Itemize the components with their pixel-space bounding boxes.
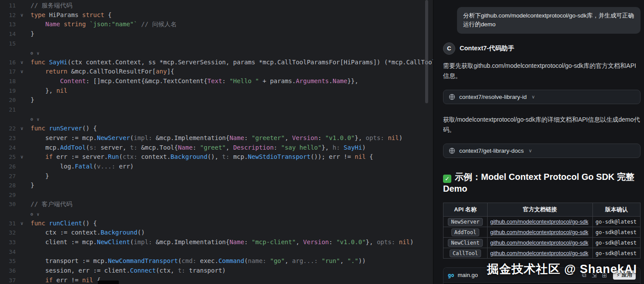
code-line[interactable]: 29 [0,190,433,200]
editor-code: 11// 服务端代码12∨type HiParams struct {13 Na… [0,1,433,284]
code-line[interactable]: 11// 服务端代码 [0,1,433,11]
code-token [86,21,89,28]
code-line[interactable]: 21 [0,105,433,115]
code-token: ()); err != [311,153,355,160]
code-token: func [31,59,45,66]
fold-chevron-icon[interactable]: ∨ [18,11,25,20]
code-text: // 服务端代码 [31,1,72,11]
code-line[interactable]: 37 if err != nil { [0,276,433,284]
code-token: session, err := client. [31,267,130,274]
code-token: AddTool [60,144,86,151]
chevron-down-icon[interactable]: ∨ [532,94,535,100]
code-token: ) [362,144,366,151]
code-token: nil [56,87,67,94]
fold-chevron-icon[interactable]: ∨ [18,124,25,133]
code-editor[interactable]: 11// 服务端代码12∨type HiParams struct {13 Na… [0,0,433,284]
doc-link-cell: github.com/modelcontextprotocol/go-sdk [488,238,593,248]
code-token: }, [355,134,366,141]
doc-link[interactable]: github.com/modelcontextprotocol/go-sdk [490,229,588,235]
code-token: + params. [259,77,296,84]
line-number: 28 [0,181,16,190]
code-line[interactable]: 28} [0,181,433,190]
code-token: func [31,220,45,227]
doc-link-cell: github.com/modelcontextprotocol/go-sdk [488,217,593,227]
code-line[interactable]: 35 transport := mcp.NewCommandTransport(… [0,256,433,266]
line-number: 11 [0,1,16,11]
code-line[interactable]: 31∨func runClient() { [0,219,433,228]
code-line[interactable]: 30// 客户端代码 [0,200,433,209]
code-line[interactable]: 20} [0,95,433,105]
code-token [31,77,60,84]
code-token: ( [178,257,181,264]
inlay-usages-hint[interactable]: ⚙ ∨ [31,212,40,217]
code-line[interactable]: 13 Name string `json:"name"` // 问候人名 [0,20,433,29]
go-lang-icon: go [448,272,454,278]
line-number: 26 [0,162,16,172]
code-token: . [329,77,332,84]
code-line[interactable]: 23 server := mcp.NewServer(impl: &mcp.Im… [0,133,433,143]
code-token: : [329,238,336,245]
doc-link[interactable]: github.com/modelcontextprotocol/go-sdk [490,250,588,256]
inlay-usages-hint[interactable]: ⚙ ∨ [31,51,40,56]
globe-icon [449,94,455,100]
code-token: "run" [322,257,340,264]
doc-link[interactable]: github.com/modelcontextprotocol/go-sdk [490,219,588,225]
code-vision-hint-row[interactable]: ⚙ ∨ [0,115,433,124]
code-token: () [137,229,145,236]
code-token [267,257,270,264]
fold-chevron-icon[interactable]: ∨ [18,67,25,77]
line-number: 18 [0,77,16,86]
code-text: ⚙ ∨ [31,48,40,58]
fold-chevron-icon[interactable]: ∨ [18,152,25,162]
code-token: Run [108,153,119,160]
code-block-title: go main.go [448,272,478,278]
code-token: // 问候人名 [141,21,177,28]
code-line[interactable]: 24 mcp.AddTool(s: server, t: &mcp.Tool{N… [0,143,433,153]
code-line[interactable]: 33 client := mcp.NewClient(impl: &mcp.Im… [0,238,433,247]
code-line[interactable]: 22∨func runServer() { [0,124,433,133]
inlay-usages-hint[interactable]: ⚙ ∨ [31,117,40,122]
code-token: &mcp.Implementation{ [152,134,229,141]
tool-call-get-library-docs[interactable]: context7/get-library-docs ∨ [443,144,641,158]
code-line[interactable]: 16∨func SayHi(ctx context.Context, ss *m… [0,58,433,67]
editor-scrollbar[interactable] [425,0,428,103]
code-line[interactable]: 18 Content: []mcp.Content{&mcp.TextConte… [0,77,433,86]
code-line[interactable]: 26 log.Fatal(v...: err) [0,162,433,172]
code-token: nil [388,134,399,141]
code-token: Background [170,153,207,160]
code-line[interactable]: 15 [0,39,433,49]
line-number: 35 [0,256,16,266]
code-token: impl: [134,134,152,141]
code-token: ) [399,134,402,141]
code-token: )) [358,257,366,264]
code-line[interactable]: 25∨ if err := server.Run(ctx: context.Ba… [0,152,433,162]
code-token: { [104,11,112,18]
code-line[interactable]: 14} [0,29,433,39]
code-line[interactable]: 17∨ return &mcp.CallToolResultFor[any]{ [0,67,433,77]
code-token: return [45,68,68,75]
code-line[interactable]: 34 [0,247,433,257]
code-token: err != [53,277,82,284]
code-line[interactable]: 36 session, err := client.Connect(ctx, t… [0,266,433,276]
chevron-down-icon[interactable]: ∨ [529,148,532,154]
code-line[interactable]: 19 }, nil [0,86,433,96]
code-token [137,21,141,28]
code-vision-hint-row[interactable]: ⚙ ∨ [0,209,433,219]
api-table-body: NewServergithub.com/modelcontextprotocol… [443,217,641,259]
code-line[interactable]: 27 } [0,172,433,181]
code-token: ( [86,144,89,151]
fold-chevron-icon[interactable]: ∨ [18,219,25,228]
code-line[interactable]: 12∨type HiParams struct { [0,11,433,20]
code-vision-hint-row[interactable]: ⚙ ∨ [0,48,433,58]
code-token: SayHi [344,144,362,151]
api-name-chip: NewClient [448,239,482,247]
tool-call-resolve-library-id[interactable]: context7/resolve-library-id ∨ [443,90,641,104]
code-text: } [31,95,34,105]
code-text: log.Fatal(v...: err) [31,162,134,172]
doc-link[interactable]: github.com/modelcontextprotocol/go-sdk [490,240,588,246]
fold-chevron-icon[interactable]: ∨ [18,58,25,67]
code-token: ( [119,153,122,160]
api-name-chip: AddTool [451,228,480,236]
code-line[interactable]: 32 ctx := context.Background() [0,228,433,238]
demo-heading: ✓示例：Model Context Protocol Go SDK 完整 Dem… [443,171,641,195]
